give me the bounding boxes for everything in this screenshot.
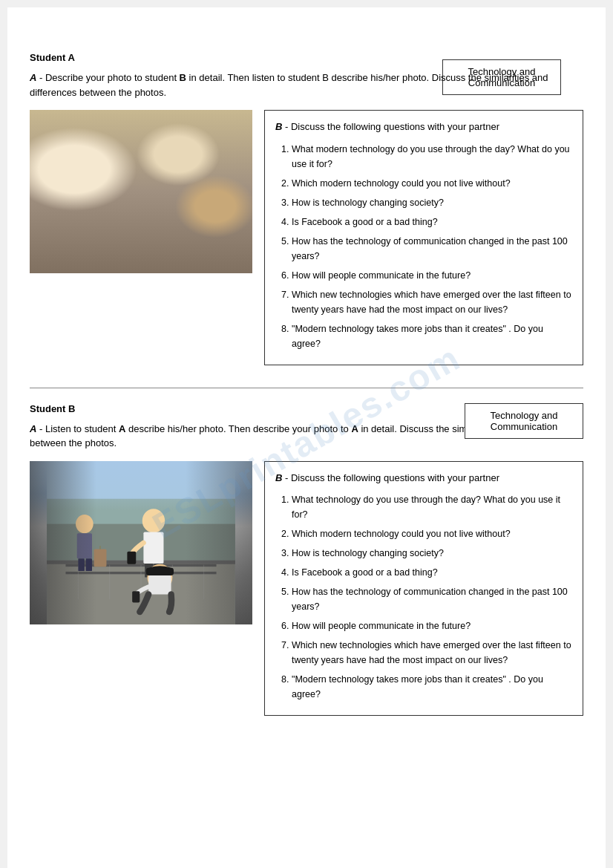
svg-rect-41 [146,567,174,575]
left-col-a [30,110,252,365]
svg-rect-22 [65,571,216,573]
list-item: How has the technology of communication … [292,584,572,614]
list-item: "Modern technology takes more jobs than … [292,672,572,702]
list-item: How will people communicate in the futur… [292,619,572,633]
list-item: Which modern technology could you not li… [292,176,572,191]
divider [30,388,583,388]
svg-rect-5 [59,184,108,218]
title-line1: Technology and [468,66,535,77]
questions-list-b: What technology do you use through the d… [275,492,572,702]
list-item: Which new technologies which have emerge… [292,287,572,317]
list-item: What modern technology do you use throug… [292,142,572,172]
questions-header-b: B - Discuss the following questions with… [275,471,572,486]
svg-point-11 [171,142,200,174]
instruction-a-bold: B [180,72,186,83]
list-item: "Modern technology takes more jobs than … [292,322,572,351]
svg-point-10 [76,148,109,183]
svg-rect-43 [132,591,140,602]
title-b-line2: Communication [491,421,557,432]
svg-rect-17 [47,498,235,561]
q-header-prefix-a: B [275,121,282,132]
svg-rect-4 [148,192,189,244]
instruction-b-middle: - Listen to student [36,423,119,434]
svg-point-15 [169,213,184,222]
instruction-b-bold: A [119,423,125,434]
q-header-text-a: - Discuss the following questions with y… [282,121,499,132]
q-header-text-b: - Discuss the following questions with y… [282,472,499,483]
right-col-a: B - Discuss the following questions with… [264,110,583,365]
svg-rect-30 [78,558,84,571]
svg-point-14 [96,209,111,218]
list-item: How is technology changing society? [292,546,572,561]
photo-a-svg [30,110,252,273]
svg-rect-20 [47,560,235,564]
list-item: Is Facebook a good or a bad thing? [292,215,572,229]
right-col-b: B - Discuss the following questions with… [264,461,583,717]
page: ESLprintables.com Technology and Communi… [7,7,606,868]
svg-point-12 [121,155,162,198]
section-b-inner: B - Discuss the following questions with… [30,461,583,717]
svg-rect-21 [65,564,216,566]
svg-rect-38 [127,551,136,564]
list-item: Is Facebook a good or a bad thing? [292,565,572,580]
svg-rect-13 [122,195,160,225]
photo-a [30,110,252,273]
instruction-b-rest: describe his/her photo. Then describe yo… [125,423,351,434]
section-b: Technology and Communication Student B A… [30,403,583,717]
svg-rect-9 [195,214,213,225]
svg-rect-3 [114,203,160,258]
svg-point-1 [45,192,237,266]
questions-list-a: What modern technology do you use throug… [275,142,572,351]
svg-rect-2 [89,192,142,254]
list-item: Which modern technology could you not li… [292,526,572,541]
svg-rect-35 [143,532,163,563]
svg-rect-0 [30,110,252,273]
instruction-b-bold2: A [351,423,358,434]
svg-rect-18 [47,523,235,561]
title-b-line1: Technology and [490,410,557,421]
svg-rect-37 [154,563,163,577]
list-item: What technology do you use through the d… [292,492,572,522]
svg-point-34 [142,509,165,532]
list-item: How will people communicate in the futur… [292,268,572,283]
left-col-b [30,461,252,717]
title-box-b: Technology and Communication [465,403,583,439]
svg-point-8 [195,215,213,225]
section-a: Technology and Communication Student A A… [30,52,583,373]
instruction-a-middle: - Describe your photo to student [36,72,179,83]
svg-rect-36 [145,563,153,577]
svg-rect-6 [62,186,105,215]
svg-rect-29 [77,533,92,558]
photo-b [30,461,252,624]
instruction-a-prefix: A [30,72,36,83]
questions-header-a: B - Discuss the following questions with… [275,120,572,134]
list-item: Which new technologies which have emerge… [292,638,572,668]
section-a-inner: B - Discuss the following questions with… [30,110,583,365]
svg-point-40 [146,566,174,576]
instruction-b-prefix: A [30,423,36,434]
svg-rect-19 [47,561,235,624]
svg-point-28 [76,514,94,532]
svg-rect-32 [94,549,107,567]
svg-rect-7 [56,216,111,221]
svg-rect-42 [148,575,171,594]
list-item: How is technology changing society? [292,195,572,210]
svg-point-39 [147,564,172,590]
title-line2: Communication [468,77,535,88]
svg-rect-31 [86,558,92,571]
svg-rect-16 [47,461,235,624]
title-box-a: Technology and Communication [442,59,561,95]
q-header-prefix-b: B [275,472,282,483]
photo-b-svg [30,461,252,624]
list-item: How has the technology of communication … [292,234,572,264]
